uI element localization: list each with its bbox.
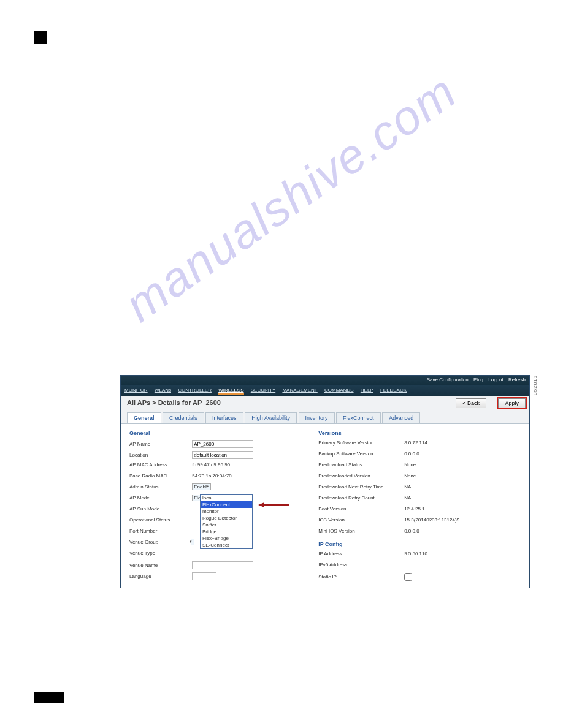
tab-advanced[interactable]: Advanced xyxy=(382,412,420,423)
value-ip: 9.5.56.110 xyxy=(404,551,427,556)
value-pred-status: None xyxy=(404,462,416,468)
versions-header: Versions xyxy=(318,430,515,436)
value-pred-retry-time: NA xyxy=(404,484,411,490)
label-ipv6: IPv6 Address xyxy=(318,562,404,567)
opt-se-connect[interactable]: SE-Connect xyxy=(201,542,252,548)
nav-commands[interactable]: COMMANDS xyxy=(324,387,354,393)
tab-credentials[interactable]: Credentials xyxy=(163,412,204,423)
ipconfig-header: IP Config xyxy=(318,541,515,547)
row-language: Language xyxy=(129,572,318,582)
nav-help[interactable]: HELP xyxy=(361,387,373,393)
opt-sniffer[interactable]: Sniffer xyxy=(201,521,252,528)
input-venue-name[interactable] xyxy=(192,561,253,569)
page-corner-marker xyxy=(34,31,47,44)
select-admin-status[interactable]: Enable xyxy=(192,483,211,490)
tab-flexconnect[interactable]: FlexConnect xyxy=(336,412,381,423)
tab-general[interactable]: General xyxy=(127,412,161,423)
page-number-marker xyxy=(34,692,64,703)
label-pred-retry-count: Predownload Retry Count xyxy=(318,495,404,501)
row-base-mac: Base Radio MAC 54:78:1a:70:04:70 xyxy=(129,473,318,482)
label-oper-status: Operational Status xyxy=(129,517,191,523)
label-base-mac: Base Radio MAC xyxy=(129,473,191,479)
value-ios-ver: 15.3(20140203:113124)$ xyxy=(404,517,459,523)
label-pred-retry-time: Predownload Next Retry Time xyxy=(318,484,404,490)
value-base-mac: 54:78:1a:70:04:70 xyxy=(192,473,232,479)
label-venue-group: Venue Group xyxy=(129,539,191,545)
value-primary-sw: 8.0.72.114 xyxy=(404,440,427,446)
input-location[interactable] xyxy=(192,451,253,459)
label-mini-ios: Mini IOS Version xyxy=(318,528,404,534)
nav-security[interactable]: SECURITY xyxy=(251,387,275,393)
opt-flex-bridge[interactable]: Flex+Bridge xyxy=(201,535,252,542)
apply-button[interactable]: Apply xyxy=(498,398,526,408)
tab-inventory[interactable]: Inventory xyxy=(299,412,335,423)
opt-monitor[interactable]: monitor xyxy=(201,508,252,515)
opt-rogue-detector[interactable]: Rogue Detector xyxy=(201,515,252,521)
label-pred-ver: Predownloaded Version xyxy=(318,473,404,479)
label-boot-ver: Boot Version xyxy=(318,506,404,512)
label-ip: IP Address xyxy=(318,551,404,556)
row-venue-name: Venue Name xyxy=(129,561,318,571)
row-ap-name: AP Name xyxy=(129,440,318,449)
label-location: Location xyxy=(129,452,191,458)
opt-local[interactable]: local xyxy=(201,495,252,501)
row-location: Location xyxy=(129,451,318,460)
value-pred-retry-count: NA xyxy=(404,495,411,501)
general-column: General AP Name Location AP MAC Address … xyxy=(129,429,318,583)
save-config-link[interactable]: Save Configuration xyxy=(427,377,469,382)
value-pred-ver: None xyxy=(404,473,416,479)
refresh-link[interactable]: Refresh xyxy=(508,377,526,382)
label-ap-sub-mode: AP Sub Mode xyxy=(129,506,191,512)
input-ap-name[interactable] xyxy=(192,440,253,448)
label-venue-type: Venue Type xyxy=(129,550,191,556)
row-venue-type: Venue Type xyxy=(129,550,318,559)
label-primary-sw: Primary Software Version xyxy=(318,440,404,446)
row-ap-mac: AP MAC Address fc:99:47:d9:86:90 xyxy=(129,462,318,471)
arrow-icon xyxy=(258,501,289,509)
label-language: Language xyxy=(129,574,191,579)
breadcrumb: All APs > Details for AP_2600 xyxy=(127,399,221,406)
label-admin-status: Admin Status xyxy=(129,484,191,490)
back-button[interactable]: < Back xyxy=(456,398,486,408)
figure-id: 352811 xyxy=(532,375,538,395)
label-pred-status: Predownload Status xyxy=(318,462,404,468)
opt-flexconnect[interactable]: FlexConnect xyxy=(201,501,252,508)
label-static-ip: Static IP xyxy=(318,574,404,580)
nav-wlans[interactable]: WLANs xyxy=(155,387,171,393)
nav-management[interactable]: MANAGEMENT xyxy=(282,387,317,393)
label-ap-name: AP Name xyxy=(129,441,191,447)
nav-monitor[interactable]: MONITOR xyxy=(124,387,148,393)
watermark-text: manualshive.com xyxy=(115,41,499,333)
label-port: Port Number xyxy=(129,528,191,534)
title-row: All APs > Details for AP_2600 < Back App… xyxy=(121,396,529,412)
label-venue-name: Venue Name xyxy=(129,563,191,568)
label-backup-sw: Backup Software Version xyxy=(318,451,404,457)
nav-controller[interactable]: CONTROLLER xyxy=(178,387,212,393)
label-ios-ver: IOS Version xyxy=(318,517,404,523)
tab-high-availability[interactable]: High Availability xyxy=(245,412,297,423)
main-nav: MONITOR WLANs CONTROLLER WIRELESS SECURI… xyxy=(121,385,529,396)
wlc-topbar: Save Configuration Ping Logout Refresh xyxy=(121,376,529,385)
versions-column: Versions Primary Software Version8.0.72.… xyxy=(318,429,515,584)
general-tab-content: General AP Name Location AP MAC Address … xyxy=(121,424,529,588)
input-language[interactable] xyxy=(192,572,216,580)
nav-feedback[interactable]: FEEDBACK xyxy=(380,387,407,393)
value-boot-ver: 12.4.25.1 xyxy=(404,506,424,512)
general-header: General xyxy=(129,430,318,436)
label-ap-mac: AP MAC Address xyxy=(129,462,191,468)
value-mini-ios: 0.0.0.0 xyxy=(404,528,419,534)
ap-mode-dropdown[interactable]: local FlexConnect monitor Rogue Detector… xyxy=(200,494,253,549)
row-admin-status: Admin Status Enable xyxy=(129,484,318,493)
ping-link[interactable]: Ping xyxy=(473,377,483,382)
svg-marker-1 xyxy=(258,502,264,507)
tab-interfaces[interactable]: Interfaces xyxy=(205,412,243,423)
checkbox-static-ip[interactable] xyxy=(404,573,412,581)
value-backup-sw: 0.0.0.0 xyxy=(404,451,419,457)
select-venue-group[interactable] xyxy=(191,539,194,545)
nav-wireless[interactable]: WIRELESS xyxy=(218,387,243,395)
tabs-bar: General Credentials Interfaces High Avai… xyxy=(121,412,529,424)
label-ap-mode: AP Mode xyxy=(129,495,191,501)
opt-bridge[interactable]: Bridge xyxy=(201,528,252,535)
value-ap-mac: fc:99:47:d9:86:90 xyxy=(192,462,230,468)
logout-link[interactable]: Logout xyxy=(488,377,503,382)
